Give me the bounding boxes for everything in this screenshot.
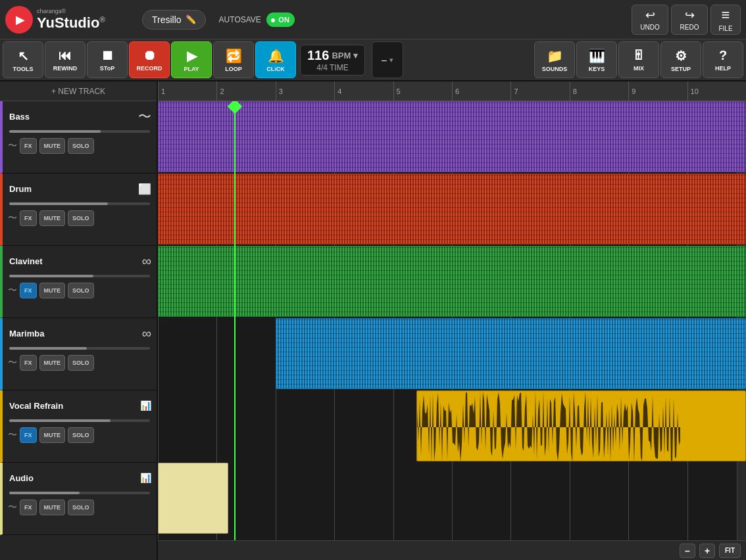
fx-button-marimba[interactable]: FX (20, 355, 37, 371)
bpm-control[interactable]: 116 BPM ▾ 4/4 TIME (300, 45, 365, 76)
track-volume-marimba[interactable] (9, 347, 150, 350)
help-icon: ? (719, 48, 727, 63)
track-row-bass: Bass 〜 〜 FX MUTE SOLO (0, 101, 157, 174)
track-sidebar: + NEW TRACK Bass 〜 〜 FX MUTE SOLO Drum ⬜ (0, 82, 158, 560)
record-icon: ⏺ (143, 48, 156, 63)
track-volume-vocal[interactable] (9, 419, 150, 422)
autosave-toggle[interactable]: ON (266, 12, 295, 27)
track-volume-drum[interactable] (9, 202, 150, 205)
track-row-drum: Drum ⬜ 〜 FX MUTE SOLO (0, 174, 157, 246)
loop-button[interactable]: 🔁 LOOP (213, 41, 254, 78)
track-header-bass: Bass 〜 (3, 101, 157, 129)
stop-button[interactable]: ⏹ SToP (87, 41, 128, 78)
undo-button[interactable]: ↩ UNDO (632, 5, 668, 35)
fx-button-drum[interactable]: FX (20, 210, 37, 226)
clip-bass[interactable] (158, 101, 746, 172)
wave-button-marimba[interactable]: 〜 (8, 357, 17, 369)
file-button[interactable]: ≡ FILE (710, 5, 741, 35)
volume-fill-vocal (9, 419, 111, 422)
app-logo-icon (5, 6, 33, 34)
wave-button-vocal[interactable]: 〜 (8, 429, 17, 441)
fx-button-bass[interactable]: FX (20, 138, 37, 154)
redo-button[interactable]: ↪ REDO (671, 5, 708, 35)
rewind-button[interactable]: ⏮ REWIND (45, 41, 86, 78)
clip-clavinet[interactable] (158, 246, 746, 317)
app-name: YuStudio® (37, 14, 105, 32)
solo-button-audio[interactable]: SOLO (68, 500, 94, 515)
mute-button-drum[interactable]: MUTE (39, 210, 66, 226)
volume-fill-clavinet (9, 275, 93, 277)
track-name-marimba: Marimba (9, 329, 44, 338)
ruler-mark-8: 8 (570, 82, 577, 101)
fx-button-audio[interactable]: FX (20, 500, 37, 515)
vocal-icon: 📊 (140, 400, 151, 411)
rewind-label: REWIND (53, 65, 78, 72)
setup-button[interactable]: ⚙ SETUP (660, 41, 701, 78)
fit-button[interactable]: FIT (719, 544, 741, 558)
mute-button-vocal[interactable]: MUTE (39, 427, 66, 443)
track-row-audio: Audio 📊 〜 FX MUTE SOLO (0, 463, 157, 535)
zoom-in-button[interactable]: + (699, 544, 715, 558)
mix-button[interactable]: 🎚 MIX (618, 41, 659, 78)
tracks-content[interactable] (158, 101, 746, 540)
rewind-icon: ⏮ (59, 48, 72, 63)
clip-drum[interactable] (158, 174, 746, 245)
mute-button-bass[interactable]: MUTE (39, 138, 66, 154)
zoom-out-button[interactable]: – (680, 544, 695, 558)
solo-button-bass[interactable]: SOLO (68, 138, 94, 154)
bpm-value: 116 (307, 48, 329, 63)
sounds-button[interactable]: 📁 SOUNDS (534, 41, 575, 78)
wave-button-drum[interactable]: 〜 (8, 212, 17, 224)
tools-label: TOOLS (13, 66, 34, 72)
record-label: RECORD (136, 65, 162, 72)
click-button[interactable]: 🔔 CLiCK (255, 41, 296, 78)
ruler-mark-5: 5 (393, 82, 401, 101)
play-label: PLAY (184, 66, 199, 72)
project-name-field[interactable]: Tresillo ✏️ (142, 10, 206, 30)
bottom-bar: – + FIT (158, 540, 746, 560)
clip-vocal[interactable] (416, 390, 746, 461)
play-button[interactable]: ▶ PLAY (171, 41, 212, 78)
fx-button-clavinet[interactable]: FX (20, 283, 37, 298)
wave-button-bass[interactable]: 〜 (8, 140, 17, 152)
registered-mark: ® (99, 14, 105, 24)
solo-button-marimba[interactable]: SOLO (68, 355, 94, 371)
track-controls-bass: 〜 FX MUTE SOLO (3, 134, 157, 158)
solo-button-clavinet[interactable]: SOLO (68, 283, 94, 298)
keys-button[interactable]: 🎹 KEYS (576, 41, 617, 78)
track-volume-clavinet[interactable] (9, 275, 150, 277)
track-volume-bass[interactable] (9, 130, 150, 133)
mute-button-clavinet[interactable]: MUTE (39, 283, 66, 298)
help-button[interactable]: ? HELP (703, 41, 743, 78)
mix-label: MIX (634, 65, 644, 72)
fx-button-vocal[interactable]: FX (20, 427, 37, 443)
solo-button-drum[interactable]: SOLO (68, 210, 94, 226)
track-row-clavinet: Clavinet ∞ 〜 FX MUTE SOLO (0, 246, 157, 318)
new-track-button[interactable]: + NEW TRACK (0, 82, 157, 101)
time-signature: 4/4 TIME (316, 63, 348, 72)
bass-icon: 〜 (138, 108, 151, 126)
undo-label: UNDO (640, 24, 659, 31)
key-control[interactable]: – ▾ (372, 41, 403, 78)
mute-button-audio[interactable]: MUTE (39, 500, 66, 515)
cursor-icon: ↖ (18, 48, 29, 64)
timeline-ruler[interactable]: 12345678910 (158, 82, 746, 101)
key-value: – (382, 55, 387, 65)
play-icon: ▶ (187, 48, 197, 64)
volume-fill-marimba (9, 347, 87, 350)
wave-button-clavinet[interactable]: 〜 (8, 285, 17, 296)
volume-fill-audio (9, 492, 80, 494)
clip-marimba[interactable] (276, 318, 746, 389)
record-button[interactable]: ⏺ RECORD (129, 41, 170, 78)
file-label: FILE (718, 25, 732, 32)
loop-icon: 🔁 (226, 48, 242, 64)
clip-audio[interactable] (158, 463, 228, 534)
wave-button-audio[interactable]: 〜 (8, 502, 17, 513)
tools-button[interactable]: ↖ TOOLS (3, 41, 43, 78)
key-dropdown: ▾ (389, 56, 393, 64)
track-name-bass: Bass (9, 112, 30, 122)
solo-button-vocal[interactable]: SOLO (68, 427, 94, 443)
track-volume-audio[interactable] (9, 492, 150, 494)
mute-button-marimba[interactable]: MUTE (39, 355, 66, 371)
sounds-icon: 📁 (547, 48, 563, 64)
